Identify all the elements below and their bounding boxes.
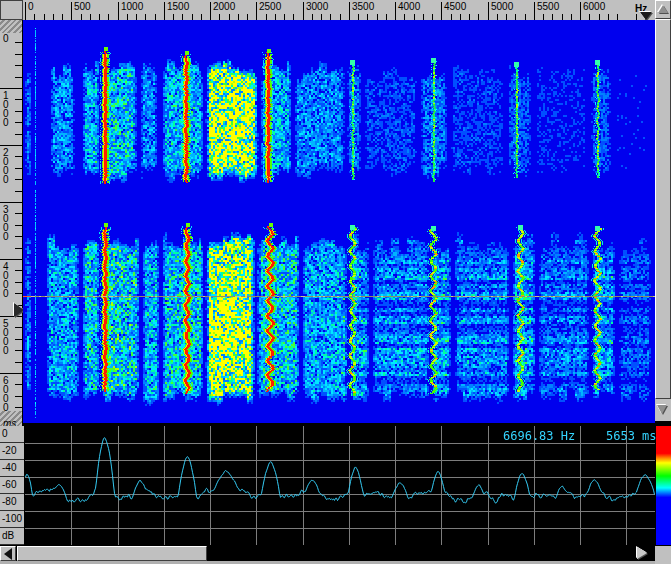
top-ruler-tick-label: 1500 [167, 2, 189, 12]
top-ruler-major-tick [164, 2, 165, 20]
top-ruler-major-tick [395, 2, 396, 20]
frequency-cursor-marker[interactable] [640, 12, 652, 20]
time-ruler-minor-tick [15, 248, 22, 249]
top-ruler-tick-label: 500 [74, 2, 91, 12]
top-ruler-tick-label: 6000 [583, 2, 605, 12]
arrow-left-icon [4, 548, 12, 560]
time-ruler-minor-tick [15, 384, 22, 385]
time-ruler-minor-tick [15, 99, 22, 100]
spectrum-canvas[interactable] [25, 426, 655, 545]
time-ruler-minor-tick [15, 236, 22, 237]
db-ruler-cell: dB [0, 528, 24, 545]
color-scale-legend [656, 426, 671, 545]
scroll-down-button[interactable] [655, 399, 671, 421]
horizontal-scrollbar-thumb[interactable] [17, 546, 207, 561]
frequency-readout: 6696.83 Hz [503, 429, 575, 443]
time-ruler-minor-tick [15, 134, 22, 135]
arrow-up-icon [658, 5, 668, 13]
time-ruler-major-tick [0, 145, 22, 146]
top-ruler-tick-label: 5000 [491, 2, 513, 12]
time-ruler-tick-label: 3 0 0 0 [3, 205, 9, 241]
top-ruler-major-tick [534, 2, 535, 20]
time-unit-box: ms [0, 411, 23, 426]
time-ruler-minor-tick [15, 156, 22, 157]
time-ruler-minor-tick [15, 270, 22, 271]
corner-box-top-left [0, 0, 23, 20]
db-ruler-cell: 0 [0, 426, 24, 443]
time-ruler-minor-tick [15, 407, 22, 408]
time-ruler-tick-label: 0 [3, 34, 9, 43]
time-ruler-minor-tick [15, 122, 22, 123]
spectrogram-app-window: Hz 0500100015002000250030003500400045005… [0, 0, 671, 564]
scroll-up-button[interactable] [655, 0, 671, 19]
top-ruler-tick-label: 3500 [352, 2, 374, 12]
time-ruler-minor-tick [15, 339, 22, 340]
top-ruler-major-tick [488, 2, 489, 20]
top-ruler-tick-label: 4000 [398, 2, 420, 12]
horizontal-scrollbar[interactable] [0, 546, 655, 561]
time-ruler-minor-tick [15, 111, 22, 112]
top-ruler-tick-label: 3000 [306, 2, 328, 12]
top-ruler-major-tick [210, 2, 211, 20]
vertical-scrollbar[interactable] [655, 0, 671, 421]
time-ruler-tick-label: 5 0 0 0 [3, 319, 9, 355]
time-ruler-minor-tick [15, 362, 22, 363]
time-ruler-major-tick [0, 88, 22, 89]
time-ruler-tick-label: 2 0 0 0 [3, 148, 9, 184]
time-ruler-minor-tick [15, 77, 22, 78]
top-ruler-major-tick [441, 2, 442, 20]
time-ruler-minor-tick [15, 396, 22, 397]
time-ruler-minor-tick [15, 213, 22, 214]
time-ruler-minor-tick [15, 191, 22, 192]
arrow-down-icon [657, 405, 667, 414]
top-ruler-tick-label: 1000 [121, 2, 143, 12]
time-ruler-minor-tick [15, 293, 22, 294]
time-ruler-major-tick [0, 202, 22, 203]
top-ruler-major-tick [71, 2, 72, 20]
time-ruler-major-tick [0, 373, 22, 374]
time-ruler: 01 0 0 02 0 0 03 0 0 04 0 0 05 0 0 06 0 … [0, 20, 23, 426]
frequency-ruler: Hz 0500100015002000250030003500400045005… [23, 0, 655, 21]
corner-box-bottom-right [655, 546, 671, 564]
top-ruler-tick-label: 2500 [259, 2, 281, 12]
scroll-left-button[interactable] [0, 546, 16, 561]
top-ruler-major-tick [349, 2, 350, 20]
db-ruler-cell: -20 [0, 443, 24, 460]
time-ruler-tick-label: 6 0 0 0 [3, 376, 9, 412]
top-ruler-tick-label: 4500 [444, 2, 466, 12]
time-ruler-major-tick [0, 259, 22, 260]
time-ruler-minor-tick [15, 225, 22, 226]
time-ruler-minor-tick [15, 42, 22, 43]
top-ruler-major-tick [118, 2, 119, 20]
time-ruler-minor-tick [15, 65, 22, 66]
time-ruler-minor-tick [15, 350, 22, 351]
top-ruler-tick-label: 2000 [213, 2, 235, 12]
time-readout: 5653 ms [606, 429, 657, 443]
time-ruler-minor-tick [15, 54, 22, 55]
top-ruler-major-tick [580, 2, 581, 20]
db-ruler-cell: -40 [0, 460, 24, 477]
time-ruler-tick-label: 4 0 0 0 [3, 262, 9, 298]
vertical-scrollbar-thumb[interactable] [655, 19, 671, 399]
db-ruler-cell: -80 [0, 494, 24, 511]
time-ruler-minor-tick [15, 168, 22, 169]
top-ruler-major-tick [256, 2, 257, 20]
top-ruler-major-tick [25, 2, 26, 20]
time-ruler-minor-tick [15, 282, 22, 283]
top-ruler-tick-label: 5500 [537, 2, 559, 12]
ruler-corner-hatch-top [0, 20, 23, 33]
time-ruler-tick-label: 1 0 0 0 [3, 91, 9, 127]
db-ruler-cell: -60 [0, 477, 24, 494]
spectrogram-canvas[interactable] [23, 20, 655, 423]
db-ruler-cell: -100 [0, 511, 24, 528]
time-ruler-minor-tick [15, 179, 22, 180]
top-ruler-major-tick [303, 2, 304, 20]
arrow-right-icon[interactable] [637, 547, 647, 559]
time-ruler-minor-tick [15, 327, 22, 328]
db-ruler: 0-20-40-60-80-100dB [0, 426, 25, 545]
top-ruler-tick-label: 0 [28, 2, 34, 12]
